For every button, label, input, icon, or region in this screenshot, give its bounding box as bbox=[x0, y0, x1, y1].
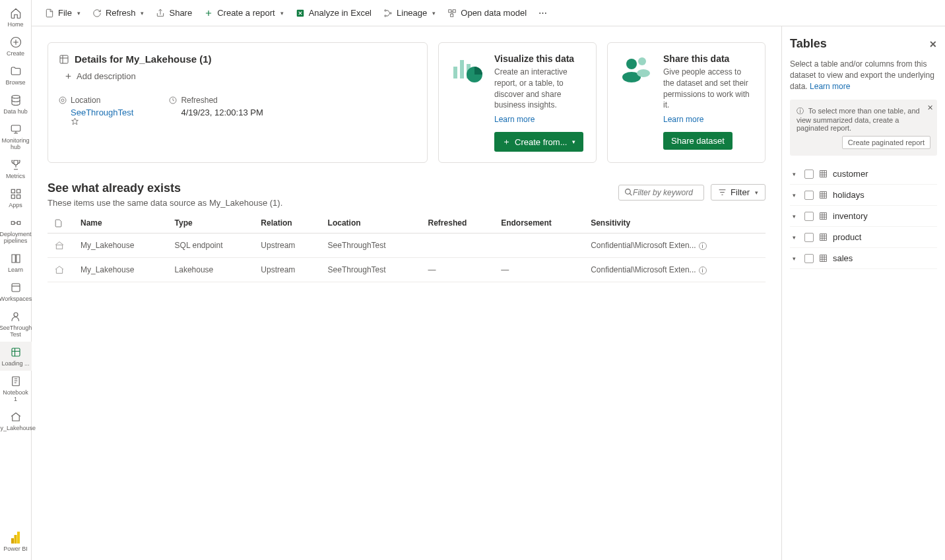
refresh-menu[interactable]: Refresh ▾ bbox=[87, 5, 150, 20]
more-menu[interactable]: ⋯ bbox=[533, 5, 552, 20]
learn-more-link[interactable]: Learn more bbox=[663, 115, 703, 124]
btn-label: Add description bbox=[77, 71, 136, 81]
table-row[interactable]: My_Lakehouse SQL endpoint Upstream SeeTh… bbox=[48, 233, 766, 258]
svg-rect-15 bbox=[11, 538, 14, 544]
lakehouse-icon bbox=[9, 410, 22, 423]
chevron-down-icon: ▾ bbox=[572, 139, 575, 145]
chevron-down-icon[interactable]: ▾ bbox=[793, 192, 799, 199]
table-item-product[interactable]: ▾ product bbox=[790, 227, 937, 248]
row-sensitivity: Confidential\Microsoft Exten... bbox=[591, 265, 696, 274]
nav-learn[interactable]: Learn bbox=[0, 248, 32, 277]
nav-home[interactable]: Home bbox=[0, 3, 32, 32]
checkbox[interactable] bbox=[804, 212, 814, 221]
filter-icon bbox=[718, 188, 727, 197]
btn-label: Lineage bbox=[397, 8, 427, 18]
svg-rect-11 bbox=[12, 348, 20, 356]
svg-rect-8 bbox=[17, 222, 20, 225]
info-banner: ✕ ⓘ To select more than one table, and v… bbox=[790, 100, 937, 156]
file-menu[interactable]: File ▾ bbox=[40, 5, 86, 20]
nav-seethrough[interactable]: SeeThrough Test bbox=[0, 306, 32, 342]
nav-browse[interactable]: Browse bbox=[0, 61, 32, 90]
nav-label: Monitoring hub bbox=[1, 137, 30, 150]
nav-powerbi[interactable]: Power BI bbox=[0, 527, 32, 556]
add-description-button[interactable]: Add description bbox=[64, 71, 136, 81]
nav-datahub[interactable]: Data hub bbox=[0, 90, 32, 119]
col-type[interactable]: Type bbox=[168, 213, 255, 233]
filter-keyword-search[interactable] bbox=[618, 185, 704, 201]
svg-rect-9 bbox=[12, 284, 20, 292]
tables-panel: Tables ✕ Select a table and/or columns f… bbox=[781, 26, 945, 560]
analyze-excel-button[interactable]: Analyze in Excel bbox=[290, 5, 377, 20]
col-name[interactable]: Name bbox=[74, 213, 168, 233]
row-name: My_Lakehouse bbox=[74, 233, 168, 258]
chevron-down-icon: ▾ bbox=[141, 10, 144, 16]
nav-loading[interactable]: Loading ... bbox=[0, 342, 32, 371]
chevron-down-icon[interactable]: ▾ bbox=[793, 171, 799, 177]
col-sensitivity[interactable]: Sensitivity bbox=[584, 213, 766, 233]
filter-button[interactable]: Filter ▾ bbox=[711, 184, 766, 201]
existing-items-table: Name Type Relation Location Refreshed En… bbox=[48, 213, 766, 282]
row-endorsement bbox=[494, 233, 584, 258]
nav-monitoring[interactable]: Monitoring hub bbox=[0, 119, 32, 154]
share-dataset-button[interactable]: Share dataset bbox=[663, 132, 733, 150]
filter-input[interactable] bbox=[633, 188, 698, 197]
close-icon[interactable]: ✕ bbox=[927, 104, 933, 112]
info-icon[interactable]: i bbox=[699, 266, 707, 274]
row-location: SeeThroughTest bbox=[321, 233, 422, 258]
share-icon bbox=[156, 9, 165, 18]
nav-create[interactable]: Create bbox=[0, 32, 32, 61]
checkbox[interactable] bbox=[804, 170, 814, 179]
info-icon[interactable]: i bbox=[699, 242, 707, 250]
checkbox[interactable] bbox=[804, 233, 814, 242]
col-refreshed[interactable]: Refreshed bbox=[422, 213, 495, 233]
table-item-customer[interactable]: ▾ customer bbox=[790, 164, 937, 185]
plus-circle-icon bbox=[9, 36, 22, 49]
checkbox[interactable] bbox=[804, 254, 814, 263]
learn-more-link[interactable]: Learn more bbox=[810, 82, 850, 91]
lineage-menu[interactable]: Lineage ▾ bbox=[378, 5, 441, 20]
row-relation: Upstream bbox=[254, 233, 321, 258]
table-item-inventory[interactable]: ▾ inventory bbox=[790, 206, 937, 227]
notebook-icon bbox=[9, 375, 22, 388]
close-icon[interactable]: ✕ bbox=[929, 39, 937, 49]
create-paginated-report-button[interactable]: Create paginated report bbox=[842, 136, 930, 149]
svg-rect-2 bbox=[11, 125, 20, 131]
chevron-down-icon: ▾ bbox=[77, 10, 81, 16]
create-from-button[interactable]: ＋ Create from... ▾ bbox=[494, 132, 583, 152]
panel-description: Select a table and/or columns from this … bbox=[790, 59, 937, 92]
checkbox[interactable] bbox=[804, 191, 814, 200]
nav-workspaces[interactable]: Workspaces bbox=[0, 277, 32, 306]
table-icon bbox=[819, 191, 828, 199]
database-icon bbox=[9, 94, 22, 107]
panel-title: Tables bbox=[790, 37, 827, 51]
table-row[interactable]: My_Lakehouse Lakehouse Upstream SeeThrou… bbox=[48, 258, 766, 282]
chevron-down-icon[interactable]: ▾ bbox=[793, 213, 799, 220]
col-endorsement[interactable]: Endorsement bbox=[494, 213, 584, 233]
table-item-sales[interactable]: ▾ sales bbox=[790, 248, 937, 269]
chevron-down-icon: ▾ bbox=[280, 10, 284, 16]
location-link[interactable]: SeeThroughTest bbox=[71, 108, 133, 117]
chevron-down-icon[interactable]: ▾ bbox=[793, 234, 799, 241]
btn-label: Analyze in Excel bbox=[309, 8, 372, 18]
col-location[interactable]: Location bbox=[321, 213, 422, 233]
col-relation[interactable]: Relation bbox=[254, 213, 321, 233]
create-report-menu[interactable]: Create a report ▾ bbox=[199, 5, 288, 20]
nav-metrics[interactable]: Metrics bbox=[0, 154, 32, 183]
nav-notebook[interactable]: Notebook 1 bbox=[0, 371, 32, 406]
svg-rect-28 bbox=[460, 60, 464, 78]
svg-rect-5 bbox=[11, 195, 15, 199]
nav-pipelines[interactable]: Deployment pipelines bbox=[0, 212, 32, 248]
ellipsis-icon: ⋯ bbox=[538, 8, 547, 18]
chevron-down-icon[interactable]: ▾ bbox=[793, 255, 799, 262]
table-item-holidays[interactable]: ▾ holidays bbox=[790, 185, 937, 206]
row-endorsement: — bbox=[494, 258, 584, 282]
svg-point-31 bbox=[626, 59, 637, 69]
learn-more-link[interactable]: Learn more bbox=[494, 115, 535, 124]
trophy-icon bbox=[9, 158, 22, 171]
details-title: Details for My_Lakehouse (1) bbox=[75, 53, 212, 65]
share-button[interactable]: Share bbox=[150, 5, 197, 20]
open-datamodel-button[interactable]: Open data model bbox=[442, 5, 532, 20]
nav-lakehouse[interactable]: My_Lakehouse bbox=[0, 406, 32, 435]
nav-label: Learn bbox=[8, 266, 23, 273]
nav-apps[interactable]: Apps bbox=[0, 183, 32, 212]
